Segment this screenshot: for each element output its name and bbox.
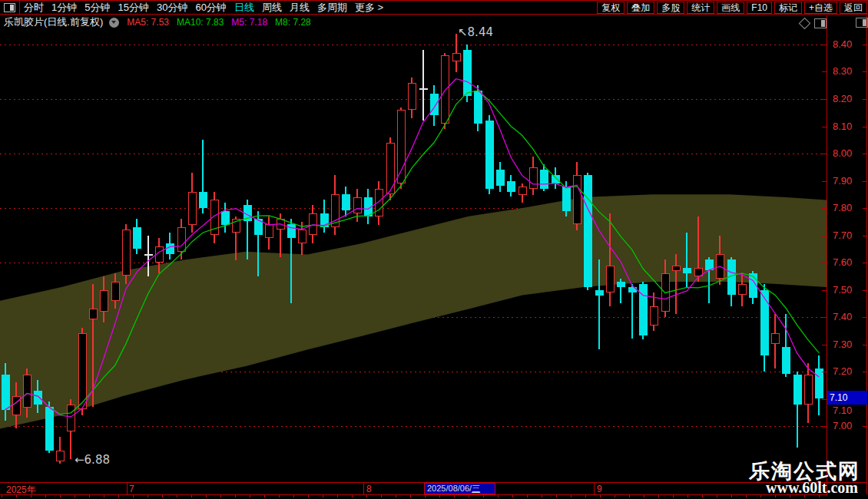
chart-title: 乐凯胶片(日线.前复权) bbox=[4, 15, 103, 29]
price-axis-tick bbox=[822, 208, 827, 209]
price-axis-label: 7.80 bbox=[833, 202, 866, 214]
panel-toggle-icon[interactable] bbox=[814, 18, 827, 28]
time-axis-separator bbox=[594, 482, 595, 494]
window-icon bbox=[4, 3, 15, 12]
period-tab-分时[interactable]: 分时 bbox=[24, 1, 44, 15]
price-axis-tick-right bbox=[863, 127, 866, 127]
period-tab-1分钟[interactable]: 1分钟 bbox=[51, 1, 77, 15]
price-axis-label: 7.60 bbox=[833, 256, 866, 269]
high-annotation: ↖8.44 bbox=[458, 25, 493, 39]
period-tab-5分钟[interactable]: 5分钟 bbox=[84, 1, 110, 15]
price-axis-tick-right bbox=[863, 290, 866, 291]
toolbar-button-复权[interactable]: 复权 bbox=[597, 2, 624, 14]
price-axis-tick-right bbox=[863, 426, 866, 427]
time-axis-label-9: 9 bbox=[597, 484, 602, 494]
arrow-up-left-icon: ↖ bbox=[458, 25, 468, 39]
price-axis-tick-right bbox=[863, 154, 866, 154]
period-tab-30分钟[interactable]: 30分钟 bbox=[157, 1, 187, 15]
ma-slow-line bbox=[5, 91, 820, 415]
arrow-left-icon: ← bbox=[75, 453, 84, 467]
period-tab-月线[interactable]: 月线 bbox=[290, 1, 310, 15]
window-layout-button[interactable] bbox=[0, 1, 20, 14]
price-axis-tick bbox=[822, 181, 827, 182]
time-axis-separator bbox=[127, 482, 128, 494]
toolbar-button-F10[interactable]: F10 bbox=[747, 2, 772, 14]
low-annotation-value: 6.88 bbox=[84, 453, 110, 467]
price-axis-tick-right bbox=[863, 345, 866, 345]
price-axis-tick bbox=[822, 236, 827, 236]
toolbar-button-返回[interactable]: 返回 bbox=[840, 2, 867, 14]
price-axis-tick-right bbox=[863, 317, 866, 318]
price-axis-label: 8.40 bbox=[833, 38, 866, 51]
period-tab-日线[interactable]: 日线 bbox=[234, 1, 254, 15]
corner-panel-icon[interactable] bbox=[856, 18, 868, 28]
toolbar-buttons: 复权叠加多股统计画线F10标记+自选返回 bbox=[597, 1, 867, 14]
watermark-url: www.60lt.com bbox=[766, 479, 858, 497]
period-tabs: 分时1分钟5分钟15分钟30分钟60分钟日线周线月线多周期更多 > bbox=[0, 1, 387, 14]
price-axis-label: 7.00 bbox=[833, 420, 866, 432]
top-toolbar: 分时1分钟5分钟15分钟30分钟60分钟日线周线月线多周期更多 > 复权叠加多股… bbox=[0, 0, 868, 15]
time-axis-label-8: 8 bbox=[366, 484, 372, 494]
low-annotation: ←6.88 bbox=[75, 453, 110, 467]
legend-M5: M5: 7.18 bbox=[231, 17, 267, 28]
time-axis-label-2025年: 2025年 bbox=[6, 484, 36, 497]
price-axis-label: 7.20 bbox=[833, 365, 866, 378]
price-axis-tick bbox=[822, 71, 827, 72]
toolbar-button-统计[interactable]: 统计 bbox=[687, 2, 714, 14]
toolbar-button-标记[interactable]: 标记 bbox=[774, 2, 802, 14]
toolbar-button-画线[interactable]: 画线 bbox=[717, 2, 744, 14]
current-price-tag: 7.10 bbox=[827, 391, 867, 405]
price-axis-label: 7.90 bbox=[833, 175, 866, 187]
ma-lines bbox=[0, 0, 868, 499]
price-axis-tick bbox=[822, 317, 827, 318]
ma-fast-line bbox=[5, 79, 820, 417]
price-axis-tick-right bbox=[863, 236, 866, 236]
legend-MA10: MA10: 7.83 bbox=[177, 17, 224, 28]
price-axis-label: 7.50 bbox=[833, 284, 866, 296]
price-axis-tick-right bbox=[863, 45, 866, 45]
crosshair-date: 2025/08/06/ bbox=[427, 484, 472, 493]
price-axis-tick-right bbox=[863, 99, 866, 100]
time-axis-ticks bbox=[2, 495, 827, 497]
toolbar-button-叠加[interactable]: 叠加 bbox=[627, 2, 654, 14]
period-tab-周线[interactable]: 周线 bbox=[262, 1, 282, 15]
price-axis-tick-right bbox=[863, 181, 866, 182]
price-axis-tick bbox=[822, 290, 827, 291]
period-tab-更多 >[interactable]: 更多 > bbox=[355, 1, 383, 15]
price-axis-tick bbox=[822, 399, 827, 400]
time-axis-label-7: 7 bbox=[129, 484, 134, 494]
period-tab-15分钟[interactable]: 15分钟 bbox=[118, 1, 148, 15]
time-axis-separator bbox=[363, 482, 364, 494]
toolbar-button-多股[interactable]: 多股 bbox=[657, 2, 684, 14]
price-axis-label: 8.00 bbox=[833, 147, 866, 160]
price-axis-tick-right bbox=[863, 263, 866, 263]
legend-M8: M8: 7.28 bbox=[275, 17, 311, 28]
title-row: 乐凯胶片(日线.前复权) MA5: 7.53MA10: 7.83M5: 7.18… bbox=[0, 15, 319, 29]
price-axis-tick-right bbox=[863, 208, 866, 209]
price-axis-tick bbox=[822, 372, 827, 372]
high-annotation-value: 8.44 bbox=[468, 25, 493, 39]
price-axis-tick bbox=[822, 426, 827, 427]
price-axis-tick-right bbox=[863, 372, 866, 372]
price-axis-label: 8.10 bbox=[833, 121, 866, 133]
price-axis-tick bbox=[822, 263, 827, 263]
period-tab-多周期[interactable]: 多周期 bbox=[317, 1, 347, 15]
crosshair-date-box: 2025/08/06/三 bbox=[424, 483, 495, 494]
price-axis-label: 8.30 bbox=[833, 65, 866, 78]
legend-MA5: MA5: 7.53 bbox=[127, 17, 169, 28]
toolbar-button-+自选[interactable]: +自选 bbox=[804, 2, 837, 14]
price-axis-label: 7.30 bbox=[833, 339, 866, 351]
price-axis-label: 7.40 bbox=[833, 311, 866, 323]
chevron-down-icon[interactable] bbox=[109, 18, 119, 28]
price-axis-tick bbox=[822, 345, 827, 345]
period-tab-60分钟[interactable]: 60分钟 bbox=[195, 1, 226, 15]
price-axis-label: 8.20 bbox=[833, 93, 866, 105]
price-axis-tick-right bbox=[863, 71, 866, 72]
price-axis-tick bbox=[822, 127, 827, 127]
price-axis-label: 7.70 bbox=[833, 230, 866, 242]
price-axis-tick bbox=[822, 45, 827, 45]
price-axis-label-covered: 7.10 bbox=[833, 405, 852, 416]
price-axis-tick bbox=[822, 99, 827, 100]
crosshair-weekday: 三 bbox=[472, 484, 480, 493]
price-axis-tick bbox=[822, 154, 827, 154]
